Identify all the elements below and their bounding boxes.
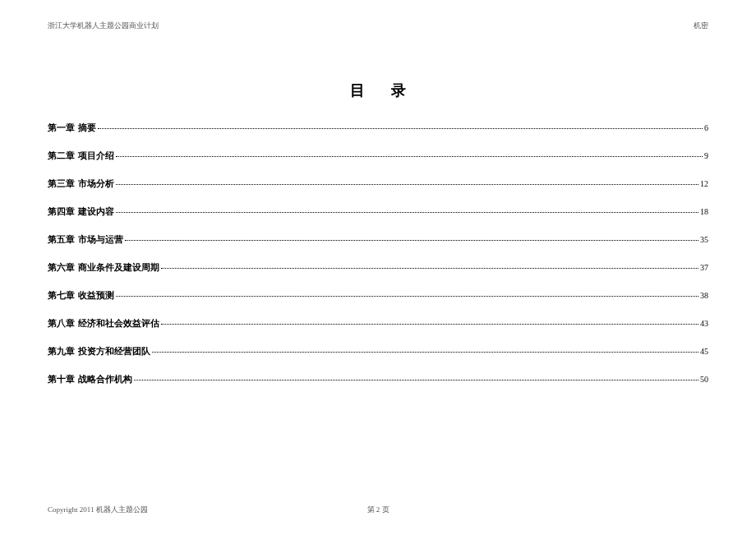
toc-page-number: 50	[700, 375, 708, 384]
toc-chapter-title: 收益预测	[78, 289, 114, 302]
toc-entry: 第四章建设内容18	[48, 205, 708, 218]
toc-entry: 第八章经济和社会效益评估43	[48, 317, 708, 330]
header-left: 浙江大学机器人主题公园商业计划	[48, 21, 159, 31]
toc-page-number: 37	[700, 263, 708, 272]
toc-chapter-title: 商业条件及建设周期	[78, 261, 159, 274]
toc-page-number: 12	[700, 179, 708, 188]
toc-chapter-number: 第六章	[48, 261, 75, 274]
toc-entry: 第七章收益预测38	[48, 289, 708, 302]
toc-chapter-number: 第十章	[48, 373, 75, 385]
toc-entry: 第二章项目介绍9	[48, 150, 708, 162]
toc-leader-dots	[98, 128, 703, 129]
toc-page-number: 35	[700, 235, 708, 244]
toc-chapter-number: 第三章	[48, 178, 75, 190]
header-right: 机密	[694, 21, 708, 31]
toc-leader-dots	[134, 380, 698, 380]
toc-chapter-number: 第八章	[48, 317, 75, 330]
toc-chapter-number: 第九章	[48, 345, 75, 357]
toc-chapter-title: 建设内容	[78, 205, 114, 218]
toc-entry: 第六章商业条件及建设周期37	[48, 261, 708, 274]
toc-leader-dots	[125, 240, 698, 241]
toc-page-number: 18	[700, 207, 708, 216]
toc-chapter-title: 项目介绍	[78, 150, 114, 162]
toc-leader-dots	[116, 212, 698, 213]
toc-entry: 第九章投资方和经营团队45	[48, 345, 708, 357]
toc-chapter-title: 市场分析	[78, 178, 114, 190]
toc-leader-dots	[116, 156, 703, 157]
page-header: 浙江大学机器人主题公园商业计划 机密	[48, 21, 708, 31]
footer-copyright: Copyright 2011 机器人主题公园	[48, 505, 148, 515]
toc-leader-dots	[161, 268, 698, 269]
page-footer: Copyright 2011 机器人主题公园 第 2 页	[48, 505, 708, 515]
toc-page-number: 45	[700, 347, 708, 356]
document-page: 浙江大学机器人主题公园商业计划 机密 目录 第一章摘要6第二章项目介绍9第三章市…	[0, 0, 756, 535]
toc-chapter-title: 经济和社会效益评估	[78, 317, 159, 330]
toc-page-number: 6	[704, 123, 708, 132]
toc-chapter-number: 第二章	[48, 150, 75, 162]
toc-chapter-title: 摘要	[78, 122, 96, 134]
toc-chapter-number: 第五章	[48, 233, 75, 246]
toc-entry: 第三章市场分析12	[48, 178, 708, 190]
toc-chapter-title: 战略合作机构	[78, 373, 132, 385]
toc-leader-dots	[152, 352, 698, 353]
toc-chapter-number: 第一章	[48, 122, 75, 134]
toc-leader-dots	[116, 296, 698, 297]
toc-chapter-title: 市场与运营	[78, 233, 123, 246]
table-of-contents: 第一章摘要6第二章项目介绍9第三章市场分析12第四章建设内容18第五章市场与运营…	[48, 122, 708, 385]
toc-entry: 第五章市场与运营35	[48, 233, 708, 246]
toc-title: 目录	[48, 81, 708, 100]
toc-entry: 第十章战略合作机构50	[48, 373, 708, 385]
footer-page-number: 第 2 页	[367, 505, 390, 515]
toc-leader-dots	[116, 184, 698, 185]
toc-chapter-title: 投资方和经营团队	[78, 345, 150, 357]
toc-leader-dots	[161, 324, 698, 325]
toc-page-number: 9	[704, 151, 708, 160]
toc-page-number: 43	[700, 319, 708, 328]
toc-chapter-number: 第七章	[48, 289, 75, 302]
toc-chapter-number: 第四章	[48, 205, 75, 218]
toc-page-number: 38	[700, 291, 708, 300]
toc-entry: 第一章摘要6	[48, 122, 708, 134]
